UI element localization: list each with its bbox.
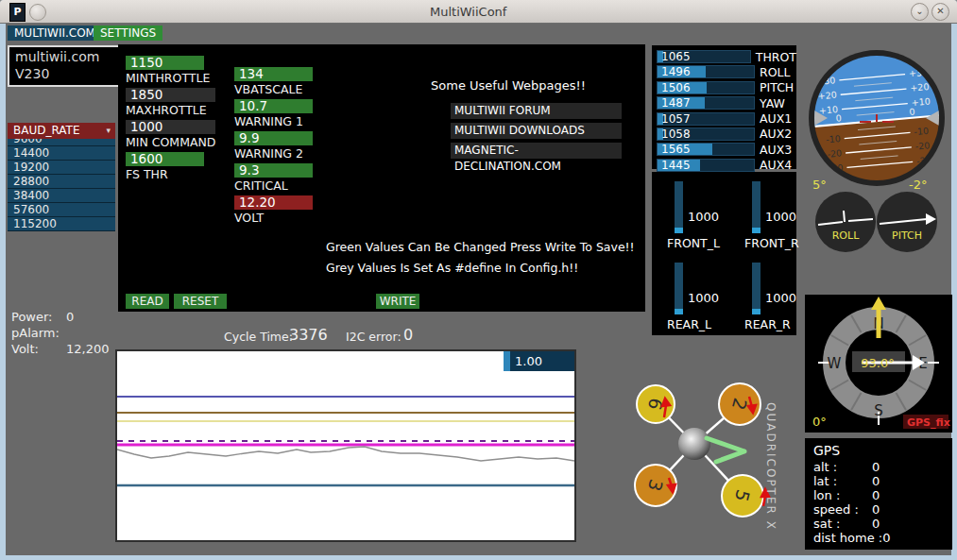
config-group: 134 VBATSCALE <box>234 67 313 96</box>
rc-channels-panel: 1065 THROT 1496 ROLL 1506 PITCH 1487 YAW… <box>652 45 796 169</box>
gps-row-label: lon : <box>813 488 872 502</box>
gps-row-value: 0 <box>872 502 880 517</box>
note-green-values: Green Values Can Be Changed Press Write … <box>326 240 635 254</box>
rc-bar-aux4: 1445 <box>657 159 755 172</box>
config-value-minthrottle[interactable]: 1150 <box>126 56 204 70</box>
window-menu-button[interactable] <box>29 4 46 21</box>
read-button[interactable]: READ <box>126 294 169 309</box>
rc-channel-name: PITCH <box>760 80 794 94</box>
rc-value: 1058 <box>661 128 691 141</box>
webpage-link[interactable]: MULTIWII FORUM <box>451 103 622 119</box>
rc-value: 1506 <box>661 82 691 94</box>
reset-button[interactable]: RESET <box>174 294 227 309</box>
webpages-title: Some Useful Webpages!! <box>423 78 593 93</box>
compass: N E S W 93.0° 0° GPS_fix <box>805 295 952 433</box>
graph-scale-button[interactable]: 1.00 <box>504 351 574 371</box>
gps-row-label: alt : <box>813 460 872 474</box>
rc-channel-row: 1058 AUX2 <box>657 127 796 141</box>
cycle-time-label: Cycle Time: <box>224 330 293 344</box>
baud-option-14400[interactable]: 14400 <box>8 146 115 161</box>
baud-option-57600[interactable]: 57600 <box>8 203 115 217</box>
volt-value: 12,200 <box>66 341 110 357</box>
config-value-vbatscale[interactable]: 134 <box>234 67 313 81</box>
rc-value: 1487 <box>661 97 691 110</box>
attitude-indicator: +30 +30 +20 +20 +10 +10 -10 -10 -20 -20 … <box>806 46 948 190</box>
config-value-maxhrottle[interactable]: 1850 <box>126 88 215 102</box>
config-label: VBATSCALE <box>234 82 313 96</box>
config-value-fs-thr[interactable]: 1600 <box>126 152 204 166</box>
pitch-ladder-label: +20 <box>910 81 930 93</box>
webpage-link[interactable]: MULTIWII DOWNLOADS <box>451 123 622 139</box>
motor-bar <box>752 263 760 314</box>
power-value: 0 <box>66 309 74 325</box>
config-value-critical[interactable]: 9.3 <box>234 163 313 178</box>
rc-channel-row: 1445 AUX4 <box>657 159 796 172</box>
rc-channel-name: AUX1 <box>760 111 792 126</box>
config-group: 9.9 WARNING 2 <box>234 131 313 161</box>
config-label: MIN COMMAND <box>126 135 215 149</box>
gps-row-label: speed : <box>813 502 872 517</box>
motor-cell-front_l: 1000 FRONT_L <box>659 174 731 255</box>
heading-value: 93.0° <box>861 356 894 370</box>
gps-row-label: dist home : <box>813 531 882 545</box>
baud-option-115200[interactable]: 115200 <box>8 217 115 231</box>
close-icon[interactable]: ✕ <box>931 3 949 21</box>
config-value-min-command[interactable]: 1000 <box>126 120 215 134</box>
baud-option-19200[interactable]: 19200 <box>8 161 115 175</box>
config-label: VOLT <box>234 211 313 225</box>
telemetry-graph: 1.00 <box>115 349 576 542</box>
rc-channel-name: AUX3 <box>760 143 792 157</box>
note-grey-values: Grey Values Is Set As #define In Config.… <box>326 261 578 275</box>
rc-bar-yaw: 1487 <box>657 96 755 110</box>
gps-row: lat : 0 <box>813 474 952 488</box>
minimize-icon[interactable]: ⌄ <box>911 3 929 21</box>
pitch-angle-value: -2° <box>909 178 927 192</box>
gps-row: sat : 0 <box>813 517 952 531</box>
motor-bar <box>675 181 683 233</box>
config-value-warning-2[interactable]: 9.9 <box>234 131 313 145</box>
config-group: 1850 MAXHROTTLE <box>126 88 215 117</box>
gps-row-value: 0 <box>882 531 890 545</box>
motor-name: FRONT_L <box>667 236 720 250</box>
horizon-zero-right: 0 <box>909 106 915 116</box>
config-label: CRITICAL <box>234 178 313 193</box>
compass-south: S <box>874 402 883 419</box>
pitch-gauge-label: PITCH <box>892 229 922 242</box>
baud-option-28800[interactable]: 28800 <box>8 175 115 189</box>
motor-bar-fill <box>675 309 683 314</box>
tab-settings[interactable]: SETTINGS <box>94 25 162 41</box>
processing-icon: P <box>9 3 26 22</box>
cycle-time-value: 3376 <box>289 326 328 344</box>
config-value-warning-1[interactable]: 10.7 <box>234 99 313 113</box>
rc-value: 1057 <box>661 113 691 126</box>
rc-bar-throt: 1065 <box>657 50 751 63</box>
webpage-links: MULTIWII FORUMMULTIWII DOWNLOADSMAGNETIC… <box>451 103 622 162</box>
motor-bar-fill <box>752 309 760 314</box>
rc-value: 1565 <box>661 144 691 156</box>
config-group: 1600 FS THR <box>126 152 215 181</box>
motor-value: 1000 <box>688 210 719 224</box>
chevron-down-icon: ▾ <box>106 123 111 139</box>
gps-row: alt : 0 <box>813 460 952 474</box>
baud-rate-dropdown[interactable]: BAUD_RATE ▾ <box>8 123 115 139</box>
tab-multiwii-com[interactable]: MULTIWII.COM <box>8 25 102 41</box>
config-group: 10.7 WARNING 1 <box>234 99 313 128</box>
gps-row: dist home : 0 <box>813 531 952 545</box>
north-arrow-head <box>871 297 886 310</box>
baud-option-38400[interactable]: 38400 <box>8 189 115 203</box>
rc-channel-row: 1496 ROLL <box>657 65 796 78</box>
webpage-link[interactable]: MAGNETIC-DECLINATION.COM <box>451 143 622 159</box>
rc-channel-name: AUX2 <box>760 127 792 141</box>
rc-bar-pitch: 1506 <box>657 81 755 94</box>
pitch-ladder-label: -20 <box>827 147 842 159</box>
rc-bar-aux3: 1565 <box>657 143 755 156</box>
config-label: MAXHROTTLE <box>126 103 215 117</box>
window-title: MultiWiiConf <box>430 5 506 19</box>
write-button[interactable]: WRITE <box>376 294 419 309</box>
config-label: WARNING 2 <box>234 146 313 161</box>
config-label: WARNING 1 <box>234 114 313 128</box>
config-value-volt[interactable]: 12.20 <box>234 195 313 210</box>
power-label: Power: <box>11 309 66 325</box>
gps-row-value: 0 <box>872 460 880 474</box>
motor-name: FRONT_R <box>744 236 799 250</box>
